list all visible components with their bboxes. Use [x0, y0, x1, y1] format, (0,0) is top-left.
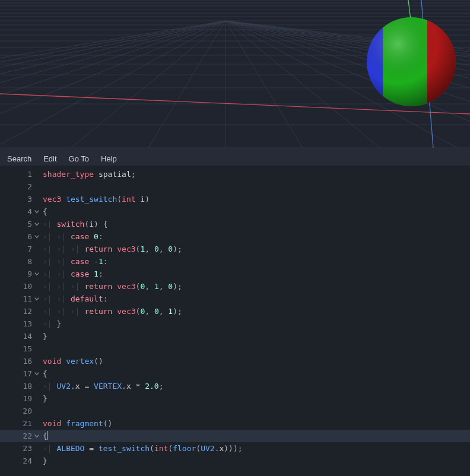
code-line[interactable]: ›∣ } — [40, 318, 470, 330]
svg-line-13 — [226, 21, 380, 148]
line-number: 14 — [0, 330, 33, 342]
fold-column[interactable] — [33, 168, 40, 467]
code-line[interactable]: } — [40, 330, 470, 342]
code-line[interactable]: { — [40, 367, 470, 380]
line-number: 23 — [0, 442, 33, 455]
code-line[interactable]: { — [40, 430, 470, 442]
svg-line-9 — [71, 21, 226, 148]
sphere — [367, 17, 456, 106]
line-number: 8 — [0, 255, 33, 268]
svg-line-7 — [0, 21, 226, 148]
line-number: 24 — [0, 455, 33, 467]
shader-code-editor[interactable]: 123456789101112131415161718192021222324 … — [0, 166, 470, 476]
menu-go-to[interactable]: Go To — [65, 153, 93, 164]
line-number: 10 — [0, 280, 33, 293]
code-line[interactable]: { — [40, 205, 470, 218]
fold-empty — [33, 330, 40, 342]
code-line[interactable] — [40, 180, 470, 193]
fold-empty — [33, 180, 40, 193]
fold-empty — [33, 305, 40, 318]
code-line[interactable]: ›∣ ›∣ case 1: — [40, 268, 470, 280]
line-number: 3 — [0, 193, 33, 205]
fold-empty — [33, 355, 40, 367]
code-line[interactable]: ›∣ ›∣ default: — [40, 293, 470, 305]
code-line[interactable]: ›∣ ›∣ case 0: — [40, 230, 470, 243]
line-number: 20 — [0, 405, 33, 417]
fold-empty — [33, 380, 40, 392]
fold-empty — [33, 318, 40, 330]
svg-line-5 — [0, 21, 226, 148]
line-number: 6 — [0, 230, 33, 243]
line-number: 21 — [0, 417, 33, 430]
svg-line-3 — [0, 21, 226, 148]
line-number: 19 — [0, 392, 33, 405]
svg-line-6 — [0, 21, 226, 148]
line-number: 22 — [0, 430, 33, 442]
line-number: 4 — [0, 205, 33, 218]
line-number: 2 — [0, 180, 33, 193]
svg-line-2 — [0, 21, 226, 148]
line-number: 17 — [0, 367, 33, 380]
menu-edit[interactable]: Edit — [40, 153, 60, 164]
code-line[interactable]: ›∣ ALBEDO = test_switch(int(floor(UV2.x)… — [40, 442, 470, 455]
menu-help[interactable]: Help — [97, 153, 120, 164]
line-number: 1 — [0, 168, 33, 180]
line-number: 15 — [0, 342, 33, 355]
viewport-3d[interactable] — [0, 0, 470, 148]
line-number: 18 — [0, 380, 33, 392]
svg-line-8 — [0, 21, 226, 148]
viewport-svg — [0, 0, 470, 148]
fold-empty — [33, 442, 40, 455]
svg-line-4 — [0, 21, 226, 148]
line-number: 12 — [0, 305, 33, 318]
fold-toggle-icon[interactable] — [33, 293, 40, 305]
code-line[interactable]: void vertex() — [40, 355, 470, 367]
fold-empty — [33, 392, 40, 405]
editor-menubar: SearchEditGo ToHelp — [0, 151, 470, 166]
code-area[interactable]: shader_type spatial;vec3 test_switch(int… — [40, 168, 470, 467]
code-line[interactable]: vec3 test_switch(int i) — [40, 193, 470, 205]
fold-toggle-icon[interactable] — [33, 205, 40, 218]
code-line[interactable]: ›∣ ›∣ case -1: — [40, 255, 470, 268]
fold-empty — [33, 455, 40, 467]
svg-line-12 — [226, 21, 303, 148]
code-line[interactable]: ›∣ switch(i) { — [40, 218, 470, 230]
fold-empty — [33, 405, 40, 417]
code-line[interactable] — [40, 342, 470, 355]
fold-empty — [33, 255, 40, 268]
fold-toggle-icon[interactable] — [33, 218, 40, 230]
line-number: 7 — [0, 243, 33, 255]
line-number: 9 — [0, 268, 33, 280]
fold-empty — [33, 342, 40, 355]
fold-empty — [33, 243, 40, 255]
fold-toggle-icon[interactable] — [33, 230, 40, 243]
line-number: 5 — [0, 218, 33, 230]
svg-line-1 — [0, 21, 226, 148]
code-line[interactable]: } — [40, 392, 470, 405]
code-line[interactable]: ›∣ ›∣ ›∣ return vec3(0, 0, 1); — [40, 305, 470, 318]
line-number: 13 — [0, 318, 33, 330]
line-number: 16 — [0, 355, 33, 367]
code-line[interactable]: ›∣ UV2.x = VERTEX.x * 2.0; — [40, 380, 470, 392]
code-line[interactable]: void fragment() — [40, 417, 470, 430]
code-line[interactable]: } — [40, 455, 470, 467]
line-number: 11 — [0, 293, 33, 305]
fold-toggle-icon[interactable] — [33, 367, 40, 380]
text-caret — [47, 431, 47, 440]
code-line[interactable] — [40, 405, 470, 417]
line-number-gutter: 123456789101112131415161718192021222324 — [0, 168, 33, 467]
fold-empty — [33, 280, 40, 293]
fold-toggle-icon[interactable] — [33, 268, 40, 280]
svg-line-10 — [148, 21, 226, 148]
code-line[interactable]: shader_type spatial; — [40, 168, 470, 180]
fold-empty — [33, 168, 40, 180]
svg-point-51 — [367, 17, 456, 106]
fold-toggle-icon[interactable] — [33, 430, 40, 442]
fold-empty — [33, 417, 40, 430]
fold-empty — [33, 193, 40, 205]
menu-search[interactable]: Search — [4, 153, 35, 164]
code-line[interactable]: ›∣ ›∣ ›∣ return vec3(1, 0, 0); — [40, 243, 470, 255]
code-line[interactable]: ›∣ ›∣ ›∣ return vec3(0, 1, 0); — [40, 280, 470, 293]
